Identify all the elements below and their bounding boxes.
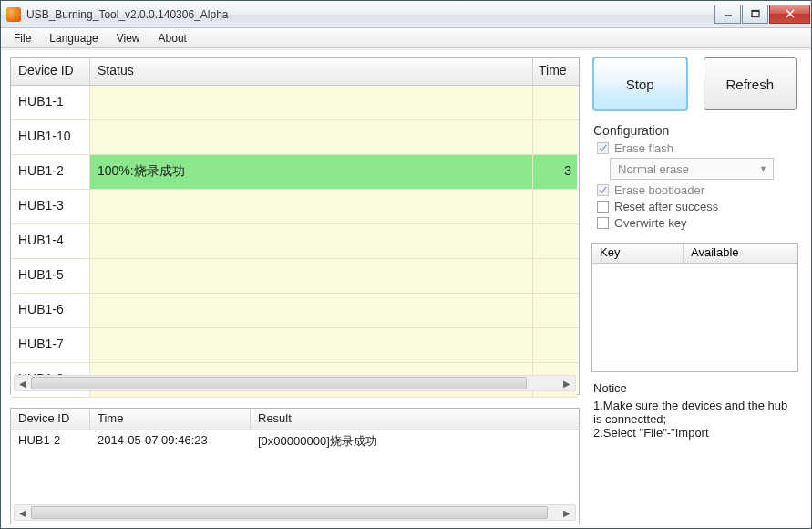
cell-time: 3 (533, 155, 577, 189)
titlebar[interactable]: USB_Burning_Tool_v2.0.0.140306_Alpha (1, 1, 811, 28)
erase-flash-label: Erase flash (614, 141, 673, 155)
cell-status: 100%:烧录成功 (90, 155, 533, 189)
table-row[interactable]: HUB1-5 (11, 259, 579, 294)
table-row[interactable]: HUB1-7 (11, 328, 579, 363)
scroll-right-icon[interactable]: ▶ (559, 379, 575, 389)
chevron-down-icon: ▼ (759, 164, 767, 173)
notice-panel: Notice 1.Make sure the devices and the h… (591, 381, 798, 440)
log-col-result[interactable]: Result (251, 409, 579, 430)
cell-status (90, 294, 533, 327)
cell-status (90, 86, 533, 119)
scroll-thumb[interactable] (31, 377, 527, 389)
cell-result: [0x00000000]烧录成功 (251, 430, 579, 452)
cell-device-id: HUB1-10 (11, 120, 90, 154)
cell-device-id: HUB1-6 (11, 294, 90, 327)
cell-time (533, 328, 577, 362)
log-col-time[interactable]: Time (90, 409, 251, 430)
cell-status (90, 120, 533, 154)
key-col-key[interactable]: Key (592, 244, 684, 263)
cell-device-id: HUB1-3 (11, 190, 90, 223)
scroll-left-icon[interactable]: ◀ (15, 508, 31, 518)
col-status[interactable]: Status (90, 58, 533, 85)
reset-label: Reset after success (614, 200, 718, 213)
cell-device-id: HUB1-1 (11, 86, 90, 119)
app-window: USB_Burning_Tool_v2.0.0.140306_Alpha Fil… (0, 0, 812, 529)
log-grid[interactable]: Device ID Time Result HUB1-22014-05-07 0… (10, 408, 580, 524)
notice-line: 1.Make sure the devices and the hub is c… (593, 399, 797, 426)
checkbox-icon (597, 201, 609, 213)
cell-status (90, 259, 533, 293)
close-button[interactable] (769, 5, 810, 24)
maximize-button[interactable] (742, 5, 768, 24)
key-col-avail[interactable]: Available (684, 244, 797, 263)
cell-device-id: HUB1-2 (11, 155, 90, 189)
scroll-right-icon[interactable]: ▶ (559, 508, 575, 518)
scroll-thumb[interactable] (31, 506, 548, 519)
cell-device-id: HUB1-4 (11, 224, 90, 258)
overwrite-label: Overwirte key (614, 216, 686, 230)
col-time[interactable]: Time (533, 58, 577, 85)
cell-time (533, 190, 577, 223)
menubar: File Language View About (1, 28, 811, 48)
table-row[interactable]: HUB1-4 (11, 224, 579, 259)
table-row[interactable]: HUB1-6 (11, 294, 579, 328)
cell-time: 2014-05-07 09:46:23 (90, 430, 251, 452)
table-row[interactable]: HUB1-1 (11, 86, 579, 120)
erase-mode-combo[interactable]: Normal erase ▼ (610, 158, 774, 180)
log-col-id[interactable]: Device ID (11, 409, 90, 430)
table-row[interactable]: HUB1-2100%:烧录成功3 (11, 155, 579, 190)
cell-device-id: HUB1-7 (11, 328, 90, 362)
reset-after-success-checkbox[interactable]: Reset after success (597, 200, 798, 213)
menu-view[interactable]: View (108, 30, 149, 47)
menu-about[interactable]: About (149, 30, 196, 47)
stop-button[interactable]: Stop (593, 57, 687, 110)
cell-time (533, 224, 577, 258)
notice-title: Notice (593, 381, 797, 395)
device-grid-hscroll[interactable]: ◀ ▶ (14, 375, 576, 391)
overwrite-key-checkbox[interactable]: Overwirte key (597, 216, 798, 230)
window-title: USB_Burning_Tool_v2.0.0.140306_Alpha (26, 8, 714, 21)
erase-bootloader-checkbox[interactable]: Erase bootloader (597, 183, 798, 197)
table-row[interactable]: HUB1-22014-05-07 09:46:23[0x00000000]烧录成… (11, 430, 579, 452)
refresh-button[interactable]: Refresh (704, 57, 797, 110)
app-icon (6, 7, 21, 22)
checkbox-icon (597, 184, 609, 196)
notice-line: 2.Select "File"-"Import (593, 426, 797, 440)
cell-time (533, 294, 577, 327)
cell-device-id: HUB1-5 (11, 259, 90, 293)
erase-bootloader-label: Erase bootloader (614, 183, 704, 197)
menu-file[interactable]: File (5, 30, 40, 47)
col-device-id[interactable]: Device ID (11, 58, 90, 85)
cell-time (533, 120, 577, 154)
checkbox-icon (597, 142, 609, 154)
menu-language[interactable]: Language (40, 30, 107, 47)
cell-status (90, 224, 533, 258)
key-grid[interactable]: Key Available (591, 243, 798, 372)
cell-device-id: HUB1-2 (11, 430, 90, 452)
cell-time (533, 259, 577, 293)
table-row[interactable]: HUB1-10 (11, 120, 579, 155)
scroll-left-icon[interactable]: ◀ (15, 379, 31, 389)
table-row[interactable]: HUB1-3 (11, 190, 579, 224)
device-grid[interactable]: Device ID Status Time HUB1-1HUB1-10HUB1-… (10, 57, 580, 395)
erase-mode-value: Normal erase (618, 162, 689, 176)
minimize-button[interactable] (714, 5, 741, 24)
log-grid-hscroll[interactable]: ◀ ▶ (14, 504, 576, 521)
cell-time (533, 86, 577, 119)
erase-flash-checkbox[interactable]: Erase flash (597, 141, 798, 155)
cell-status (90, 328, 533, 362)
cell-status (90, 190, 533, 223)
checkbox-icon (597, 217, 609, 229)
config-label: Configuration (593, 123, 798, 138)
